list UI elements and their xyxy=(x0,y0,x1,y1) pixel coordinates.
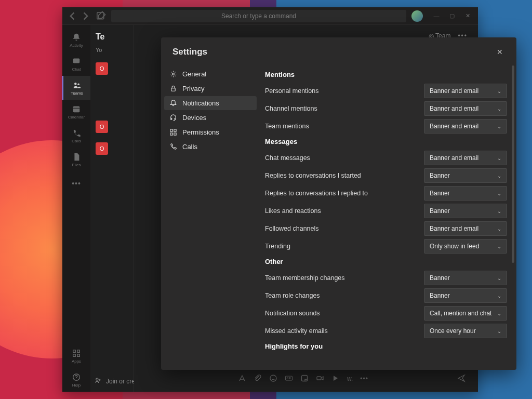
select-notification-sounds[interactable]: Call, mention and chat⌄ xyxy=(424,306,507,321)
rail-apps[interactable]: Apps xyxy=(62,344,90,368)
select-team-mentions[interactable]: Banner and email⌄ xyxy=(424,119,507,134)
team-chip[interactable]: O xyxy=(96,121,108,133)
rail-files[interactable]: Files xyxy=(62,148,90,171)
select-membership-changes[interactable]: Banner⌄ xyxy=(424,271,507,285)
rail-label: Calendar xyxy=(68,115,85,119)
rail-help[interactable]: Help xyxy=(62,368,90,392)
select-likes[interactable]: Banner⌄ xyxy=(424,204,507,218)
select-chat-messages[interactable]: Banner and email⌄ xyxy=(424,151,507,165)
team-chip[interactable]: O xyxy=(96,62,108,75)
search-input[interactable]: Search or type a command xyxy=(111,10,406,22)
apps-icon xyxy=(72,349,81,358)
select-role-changes[interactable]: Banner⌄ xyxy=(424,288,507,303)
svg-rect-19 xyxy=(170,129,172,131)
row-label: Followed channels xyxy=(265,225,319,232)
window-close-button[interactable]: ✕ xyxy=(460,11,475,21)
svg-rect-4 xyxy=(73,106,80,112)
chevron-down-icon: ⌄ xyxy=(497,244,501,249)
rail-label: Teams xyxy=(71,91,83,96)
chevron-down-icon: ⌄ xyxy=(497,124,501,129)
svg-point-2 xyxy=(74,83,77,85)
attach-icon[interactable] xyxy=(254,374,262,384)
nav-general[interactable]: General xyxy=(164,67,257,81)
rail-chat[interactable]: Chat xyxy=(62,52,90,76)
team-list-header: Te xyxy=(90,25,134,47)
select-channel-mentions[interactable]: Banner and email⌄ xyxy=(424,101,507,116)
select-missed-emails[interactable]: Once every hour⌄ xyxy=(424,324,507,338)
stream-icon[interactable] xyxy=(331,374,340,384)
meet-icon[interactable] xyxy=(316,374,324,384)
rail-more[interactable]: ••• xyxy=(62,171,90,195)
teams-icon xyxy=(72,81,82,90)
row-label: Missed activity emails xyxy=(265,327,328,335)
select-personal-mentions[interactable]: Banner and email⌄ xyxy=(424,84,507,98)
rail-calendar[interactable]: Calendar xyxy=(62,100,90,124)
phone-icon xyxy=(169,143,177,151)
dialog-close-button[interactable]: ✕ xyxy=(495,47,505,57)
rail-calls[interactable]: Calls xyxy=(62,124,90,148)
send-icon[interactable] xyxy=(457,374,466,384)
select-followed-channels[interactable]: Banner and email⌄ xyxy=(424,221,507,236)
bell-icon xyxy=(169,99,177,107)
nav-permissions[interactable]: Permissions xyxy=(164,125,257,139)
scrollbar[interactable] xyxy=(511,65,514,366)
avatar[interactable] xyxy=(411,10,423,22)
dialog-title: Settings xyxy=(172,47,207,57)
chevron-down-icon: ⌄ xyxy=(497,328,501,334)
chevron-down-icon: ⌄ xyxy=(497,191,501,196)
nav-privacy[interactable]: Privacy xyxy=(164,82,257,96)
team-list-panel: Te Yo O O O Join or create a team xyxy=(90,25,134,392)
row-replies-replied: Replies to conversations I replied to Ba… xyxy=(265,186,507,201)
composer-more-icon[interactable]: ••• xyxy=(360,375,368,382)
rail-label: Chat xyxy=(72,67,81,72)
select-trending[interactable]: Only show in feed⌄ xyxy=(424,239,507,254)
file-icon xyxy=(72,152,81,162)
row-label: Notification sounds xyxy=(265,310,320,317)
svg-rect-16 xyxy=(317,377,321,380)
gif-icon[interactable]: GIF xyxy=(285,374,293,384)
window-minimize-button[interactable]: — xyxy=(429,11,444,21)
svg-rect-15 xyxy=(302,375,308,381)
svg-rect-18 xyxy=(171,88,176,91)
rail-activity[interactable]: Activity xyxy=(62,28,90,52)
row-label: Trending xyxy=(265,243,290,250)
window-maximize-button[interactable]: ▢ xyxy=(445,11,459,21)
svg-point-3 xyxy=(77,83,79,85)
desktop-wallpaper: Search or type a command — ▢ ✕ Activity … xyxy=(0,0,532,399)
row-label: Replies to conversations I started xyxy=(265,172,361,179)
section-mentions-title: Mentions xyxy=(265,71,507,78)
emoji-icon[interactable] xyxy=(269,374,277,384)
nav-back-button[interactable] xyxy=(68,11,78,21)
settings-nav: General Privacy Notifications Devices xyxy=(161,61,260,370)
rail-label: Help xyxy=(72,383,81,388)
svg-point-17 xyxy=(172,73,175,75)
row-label: Personal mentions xyxy=(265,87,319,95)
row-personal-mentions: Personal mentions Banner and email⌄ xyxy=(265,84,507,98)
row-membership-changes: Team membership changes Banner⌄ xyxy=(265,271,507,285)
wiki-icon[interactable]: w. xyxy=(347,375,353,382)
nav-forward-button[interactable] xyxy=(80,11,90,21)
join-team-icon[interactable] xyxy=(95,377,102,385)
settings-content: Mentions Personal mentions Banner and em… xyxy=(260,61,516,370)
compose-icon[interactable] xyxy=(96,11,106,21)
nav-calls[interactable]: Calls xyxy=(164,140,257,154)
rail-teams[interactable]: Teams xyxy=(62,76,90,100)
section-messages-title: Messages xyxy=(265,138,507,145)
message-composer: GIF w. ••• xyxy=(238,373,466,384)
select-replies-replied[interactable]: Banner⌄ xyxy=(424,186,507,201)
nav-notifications[interactable]: Notifications xyxy=(164,96,257,110)
nav-label: General xyxy=(182,70,206,78)
svg-rect-22 xyxy=(174,133,176,135)
section-highlights-title: Highlights for you xyxy=(265,342,507,350)
sticker-icon[interactable] xyxy=(300,374,309,384)
select-replies-started[interactable]: Banner⌄ xyxy=(424,168,507,183)
format-icon[interactable] xyxy=(238,374,246,384)
headset-icon xyxy=(169,114,177,122)
team-chip[interactable]: O xyxy=(96,142,108,155)
chevron-down-icon: ⌄ xyxy=(497,155,501,161)
nav-devices[interactable]: Devices xyxy=(164,111,257,125)
svg-rect-5 xyxy=(73,350,76,352)
nav-label: Devices xyxy=(182,114,206,122)
row-trending: Trending Only show in feed⌄ xyxy=(265,239,507,254)
row-chat-messages: Chat messages Banner and email⌄ xyxy=(265,151,507,165)
